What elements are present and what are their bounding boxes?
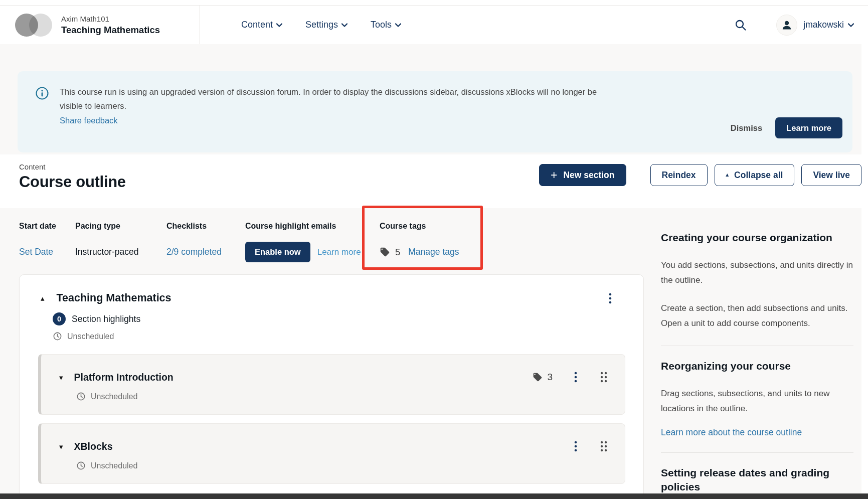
pacing-type-value: Instructor-paced — [75, 247, 138, 257]
status-course-tags: Course tags 5 Manage tags — [380, 222, 459, 262]
course-outline-learn-more-link[interactable]: Learn more about the course outline — [661, 427, 853, 438]
caret-down-icon[interactable]: ▾ — [59, 443, 63, 450]
outline-column: Start date Set Date Pacing type Instruct… — [19, 208, 644, 499]
sidebar-divider — [661, 452, 853, 453]
org-course-number: Axim Math101 — [61, 15, 160, 23]
caret-down-icon[interactable]: ▾ — [59, 374, 63, 381]
subsection-tag-count: 3 — [533, 372, 553, 383]
subsection-schedule-text: Unscheduled — [91, 392, 137, 401]
search-icon[interactable] — [734, 19, 747, 32]
caret-up-icon[interactable]: ▴ — [41, 294, 45, 302]
sidebar-paragraph: Drag sections, subsections, and units to… — [661, 386, 853, 416]
kebab-menu-icon[interactable] — [571, 440, 581, 452]
highlight-emails-learn-more-link[interactable]: Learn more — [317, 247, 361, 257]
sidebar-heading: Reorganizing your course — [661, 359, 853, 373]
kebab-menu-icon[interactable] — [571, 371, 581, 383]
help-sidebar: Creating your course organization You ad… — [661, 208, 853, 499]
subsection-title: XBlocks — [74, 441, 113, 452]
collapse-all-label: Collapse all — [734, 170, 783, 181]
share-feedback-link[interactable]: Share feedback — [60, 114, 118, 128]
plus-icon: + — [551, 170, 557, 181]
alert-band: This course run is using an upgraded ver… — [0, 44, 868, 154]
nav-settings-label: Settings — [305, 20, 338, 30]
view-live-label: View live — [813, 170, 850, 181]
new-section-button[interactable]: + New section — [539, 164, 626, 186]
chevron-down-icon — [341, 23, 348, 27]
course-tags-count: 5 — [395, 247, 400, 258]
manage-tags-link[interactable]: Manage tags — [408, 247, 459, 257]
status-start-date: Start date Set Date — [19, 222, 75, 262]
nav-tools-dropdown[interactable]: Tools — [371, 20, 401, 30]
section-title: Teaching Mathematics — [57, 292, 171, 304]
info-icon — [36, 87, 49, 100]
collapse-all-button[interactable]: ▴ Collapse all — [715, 164, 795, 186]
sidebar-heading: Setting release dates and grading polici… — [661, 466, 853, 494]
nav-tools-label: Tools — [371, 20, 392, 30]
start-date-label: Start date — [19, 222, 75, 231]
subsection-title: Platform Introduction — [74, 372, 173, 383]
course-tags-label: Course tags — [380, 222, 459, 231]
alert-actions: Dismiss Learn more — [731, 117, 842, 138]
reindex-button[interactable]: Reindex — [650, 164, 708, 186]
axim-logo — [15, 13, 54, 37]
section-schedule-row: Unscheduled — [53, 331, 643, 341]
checklists-completed-link[interactable]: 2/9 completed — [166, 247, 222, 257]
section-row: ▴ Teaching Mathematics — [20, 292, 643, 304]
set-date-link[interactable]: Set Date — [19, 247, 53, 257]
new-section-label: New section — [563, 170, 614, 181]
caret-up-icon: ▴ — [726, 172, 729, 178]
main-band: Start date Set Date Pacing type Instruct… — [0, 208, 868, 499]
alert-learn-more-button[interactable]: Learn more — [775, 117, 842, 138]
enable-now-button[interactable]: Enable now — [245, 242, 310, 262]
checklists-label: Checklists — [166, 222, 245, 231]
status-highlight-emails: Course highlight emails Enable now Learn… — [245, 222, 380, 262]
status-pacing-type: Pacing type Instructor-paced — [75, 222, 166, 262]
course-status-bar: Start date Set Date Pacing type Instruct… — [19, 222, 644, 262]
section-schedule-text: Unscheduled — [67, 332, 114, 341]
page-header-actions: + New section Reindex ▴ Collapse all Vie… — [539, 154, 861, 208]
person-icon — [781, 19, 793, 31]
subsection-schedule-text: Unscheduled — [91, 461, 137, 470]
pacing-type-label: Pacing type — [75, 222, 166, 231]
view-live-button[interactable]: View live — [801, 164, 861, 186]
chevron-down-icon — [276, 23, 282, 27]
kebab-menu-icon[interactable] — [605, 292, 615, 304]
nav-settings-dropdown[interactable]: Settings — [305, 20, 348, 30]
page-header-titles: Content Course outline — [19, 154, 126, 208]
username[interactable]: jmakowski — [803, 20, 844, 30]
page-header-band: Content Course outline + New section Rei… — [0, 154, 868, 208]
drag-handle-icon[interactable] — [598, 371, 610, 384]
header-right: jmakowski — [734, 15, 854, 36]
alert-message-line1: This course run is using an upgraded ver… — [60, 85, 597, 99]
nav-content-label: Content — [241, 20, 273, 30]
discussion-upgrade-alert: This course run is using an upgraded ver… — [18, 71, 852, 152]
sidebar-paragraph: You add sections, subsections, and units… — [661, 258, 853, 288]
window-bottom-edge — [0, 493, 868, 499]
scrollbar-gutter[interactable] — [861, 44, 868, 493]
tag-icon — [380, 247, 390, 257]
page-title: Course outline — [19, 173, 126, 191]
chevron-down-icon[interactable] — [848, 23, 854, 27]
highlights-count-badge: 0 — [53, 312, 66, 325]
reindex-label: Reindex — [662, 170, 696, 181]
subsection-tag-count-value: 3 — [547, 372, 553, 383]
sidebar-paragraph: Create a section, then add subsections a… — [661, 301, 853, 331]
sidebar-divider — [661, 346, 853, 346]
course-identity: Axim Math101 Teaching Mathematics — [61, 15, 160, 36]
nav-content-dropdown[interactable]: Content — [241, 20, 282, 30]
avatar[interactable] — [776, 15, 797, 36]
status-checklists: Checklists 2/9 completed — [166, 222, 245, 262]
alert-message-line2: visible to learners. — [60, 99, 597, 113]
window-top-edge — [0, 0, 868, 6]
highlight-emails-label: Course highlight emails — [245, 222, 380, 231]
tag-icon — [533, 372, 543, 382]
clock-icon — [53, 331, 62, 341]
drag-handle-icon[interactable] — [598, 440, 610, 453]
subsection-actions: 3 — [533, 371, 610, 384]
dismiss-button[interactable]: Dismiss — [731, 123, 762, 133]
course-name: Teaching Mathematics — [61, 25, 160, 36]
section-highlights-row[interactable]: 0 Section highlights — [53, 312, 643, 325]
subsection-schedule-row: Unscheduled — [76, 461, 610, 470]
brand-block[interactable]: Axim Math101 Teaching Mathematics — [15, 6, 200, 44]
clock-icon — [76, 392, 86, 401]
